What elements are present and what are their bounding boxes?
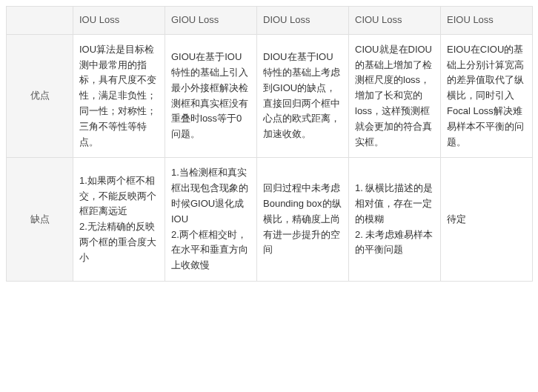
header-eiou: EIOU Loss	[441, 7, 533, 35]
row-label-disadvantages: 缺点	[7, 158, 73, 282]
cell-dis-diou: 回归过程中未考虑Bounding box的纵横比，精确度上尚有进一步提升的空间	[257, 158, 349, 282]
cell-adv-eiou: EIOU在CIOU的基础上分别计算宽高的差异值取代了纵横比，同时引入Focal …	[441, 34, 533, 158]
table-row-disadvantages: 缺点 1.如果两个框不相交，不能反映两个框距离远近2.无法精确的反映两个框的重合…	[7, 158, 533, 282]
loss-comparison-table: IOU Loss GIOU Loss DIOU Loss CIOU Loss E…	[6, 6, 533, 282]
table-header-row: IOU Loss GIOU Loss DIOU Loss CIOU Loss E…	[7, 7, 533, 35]
table-row-advantages: 优点 IOU算法是目标检测中最常用的指标，具有尺度不变性，满足非负性；同一性；对…	[7, 34, 533, 158]
cell-dis-ciou: 1. 纵横比描述的是相对值，存在一定的模糊2. 未考虑难易样本的平衡问题	[349, 158, 441, 282]
header-iou: IOU Loss	[73, 7, 165, 35]
cell-dis-iou: 1.如果两个框不相交，不能反映两个框距离远近2.无法精确的反映两个框的重合度大小	[73, 158, 165, 282]
cell-dis-eiou: 待定	[441, 158, 533, 282]
header-giou: GIOU Loss	[165, 7, 257, 35]
cell-adv-diou: DIOU在基于IOU特性的基础上考虑到GIOU的缺点，直接回归两个框中心点的欧式…	[257, 34, 349, 158]
row-label-advantages: 优点	[7, 34, 73, 158]
cell-adv-ciou: CIOU就是在DIOU的基础上增加了检测框尺度的loss，增加了长和宽的loss…	[349, 34, 441, 158]
cell-adv-iou: IOU算法是目标检测中最常用的指标，具有尺度不变性，满足非负性；同一性；对称性；…	[73, 34, 165, 158]
cell-dis-giou: 1.当检测框和真实框出现包含现象的时候GIOU退化成IOU2.两个框相交时，在水…	[165, 158, 257, 282]
cell-adv-giou: GIOU在基于IOU特性的基础上引入最小外接框解决检测框和真实框没有重叠时los…	[165, 34, 257, 158]
header-empty	[7, 7, 73, 35]
header-ciou: CIOU Loss	[349, 7, 441, 35]
header-diou: DIOU Loss	[257, 7, 349, 35]
